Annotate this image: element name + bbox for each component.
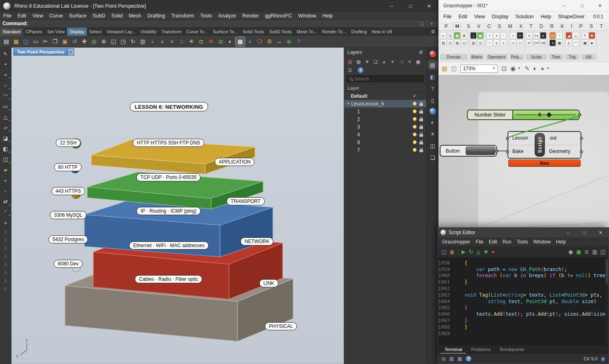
palette-group-label[interactable]: Time — [549, 54, 563, 60]
minimize-button[interactable]: – — [555, 0, 573, 11]
layer-visibility-bulb-icon[interactable] — [413, 110, 417, 113]
command-dropdown-icon[interactable]: ▾ — [428, 20, 435, 27]
earth-icon[interactable]: ◉ — [284, 37, 294, 46]
input-nub[interactable] — [506, 150, 509, 153]
component-icon[interactable]: △ — [572, 32, 579, 39]
palette-group-label[interactable]: Trig — [566, 54, 579, 60]
help-icon[interactable]: ? — [466, 356, 471, 362]
gh-category-tab-5[interactable]: S — [497, 23, 502, 30]
new-sublayer-icon[interactable]: ▨ — [355, 58, 362, 65]
test-icon[interactable]: ✚ — [484, 249, 488, 255]
component-icon[interactable]: × — [493, 32, 500, 39]
component-icon[interactable]: ◰ — [447, 39, 454, 46]
search-icon[interactable]: ◎ — [441, 356, 445, 362]
component-icon[interactable]: x² — [526, 39, 533, 46]
menu-item-window[interactable]: Window — [533, 239, 551, 245]
command-line[interactable]: Command: ❏▾ — [0, 19, 438, 28]
package-icon[interactable]: ▣ — [449, 249, 454, 255]
lock-icon[interactable]: ◘ — [197, 37, 206, 46]
toolbar-tab-mesh-tools[interactable]: Mesh To... — [294, 28, 320, 36]
viewport-tab-caret-icon[interactable]: ▼ — [68, 48, 74, 56]
component-icon[interactable]: ± — [500, 39, 507, 46]
object-list-icon[interactable]: ▯ — [2, 253, 9, 259]
panel-menu-icon[interactable]: ☰ — [346, 67, 354, 74]
curve-icon[interactable]: ≈ — [1, 71, 10, 79]
toolbar-tab-display[interactable]: Display — [67, 28, 86, 36]
filter-icon[interactable]: ▼ — [406, 58, 413, 65]
shaded-sphere-icon[interactable]: ● — [1, 187, 10, 195]
viewport-tab[interactable]: Two Point Perspective ▼ — [13, 48, 74, 56]
object-list-icon[interactable]: ▯ — [2, 269, 9, 275]
menu-item-help[interactable]: Help — [322, 13, 333, 19]
scrollbar[interactable] — [605, 258, 609, 345]
move-down-icon[interactable]: ▼ — [389, 58, 396, 65]
move-up-icon[interactable]: ▲ — [380, 58, 388, 65]
layers-search-box[interactable] — [347, 75, 424, 82]
menu-item-file[interactable]: File — [3, 13, 11, 19]
component-icon[interactable]: A — [526, 32, 533, 39]
menu-item-analyze[interactable]: Analyze — [218, 13, 236, 19]
fillet-icon[interactable]: ◜ — [1, 208, 10, 216]
gumball-icon[interactable]: ◎ — [89, 37, 99, 46]
grid-snap-icon[interactable]: ▦ — [235, 37, 245, 46]
component-icon[interactable]: ∠ — [566, 39, 572, 46]
toolbar-tab-render-tools[interactable]: Render To... — [320, 28, 349, 36]
layer-row[interactable]: 6 — [344, 138, 426, 146]
surface-icon[interactable]: ▱ — [1, 123, 10, 131]
menu-item-edit[interactable]: Edit — [458, 14, 467, 19]
cut-icon[interactable]: ✂ — [41, 37, 50, 46]
menu-item-edit[interactable]: Edit — [17, 13, 26, 19]
palette-group-label[interactable]: Matrix — [470, 54, 484, 60]
paste-icon[interactable]: ▣ — [60, 37, 69, 46]
tab-problems[interactable]: Problems — [467, 345, 495, 353]
help-panel-icon[interactable]: ? — [429, 84, 437, 93]
expander-icon[interactable]: ▼ — [347, 102, 350, 106]
command-options-icon[interactable]: ❏ — [418, 20, 425, 27]
transform-icon[interactable]: ⇄ — [1, 197, 10, 205]
preview-mesh-icon[interactable]: ● — [541, 65, 544, 72]
scrollbar-thumb[interactable] — [606, 259, 608, 284]
script-input-lesson[interactable]: Lesson — [512, 135, 528, 141]
number-slider-rail[interactable]: 6 — [513, 110, 579, 119]
output-nub[interactable] — [580, 150, 583, 153]
component-icon[interactable]: 16 — [549, 32, 556, 39]
minimize-button[interactable]: – — [560, 228, 576, 237]
gears-icon[interactable]: ⚙ — [265, 37, 274, 46]
component-icon[interactable]: ◑ — [549, 39, 556, 46]
split-view-icon[interactable]: ▥ — [592, 249, 597, 255]
layer-lock-icon[interactable] — [419, 126, 423, 129]
component-icon[interactable]: ❋ — [589, 32, 595, 39]
sphere-icon[interactable]: ● — [245, 37, 255, 46]
script-component-core[interactable]: Script — [535, 133, 545, 157]
list-icon[interactable]: ≣ — [585, 249, 589, 255]
properties-icon[interactable] — [430, 51, 436, 57]
component-icon[interactable]: VB — [540, 39, 546, 46]
display-contrast-icon[interactable]: ◐ — [533, 65, 537, 72]
debug-icon[interactable]: ◬ — [477, 249, 481, 255]
button-press-area[interactable] — [466, 146, 495, 155]
gh-category-tab-9[interactable]: D — [538, 23, 544, 30]
paint-icon[interactable]: ❍ — [255, 37, 264, 46]
reset-icon[interactable]: ↻ — [469, 249, 473, 255]
close-button[interactable]: ✕ — [591, 0, 609, 11]
palette-group-label[interactable]: Script — [526, 54, 546, 60]
zoom-extents-icon[interactable]: ⊡ — [501, 65, 507, 72]
layer-lock-icon[interactable] — [419, 118, 423, 121]
menu-item-tools[interactable]: Tools — [516, 239, 528, 245]
point-icon[interactable]: • — [1, 60, 10, 68]
object-list-icon[interactable]: ▯ — [2, 278, 9, 283]
circle-icon[interactable]: ○ — [1, 81, 10, 89]
rendering-icon[interactable]: ◐ — [429, 118, 437, 126]
layer-row[interactable]: 7 — [344, 146, 426, 154]
sun-icon[interactable]: ☀ — [429, 130, 437, 138]
number-slider-component[interactable]: Number Slider 6 — [467, 110, 580, 120]
object-list-icon[interactable]: ▯ — [2, 229, 9, 235]
display-panel-icon[interactable]: ◧ — [429, 73, 437, 81]
toolbar-tab-setview[interactable]: Set View — [45, 28, 67, 36]
delete-layer-icon[interactable]: ✕ — [363, 58, 371, 65]
globe-icon[interactable]: ◍ — [216, 37, 225, 46]
rectangle-icon[interactable]: ▭ — [1, 102, 10, 110]
component-icon[interactable]: ▥ — [470, 39, 477, 46]
menu-item-view[interactable]: View — [32, 13, 43, 19]
layer-lock-icon[interactable] — [419, 142, 423, 144]
